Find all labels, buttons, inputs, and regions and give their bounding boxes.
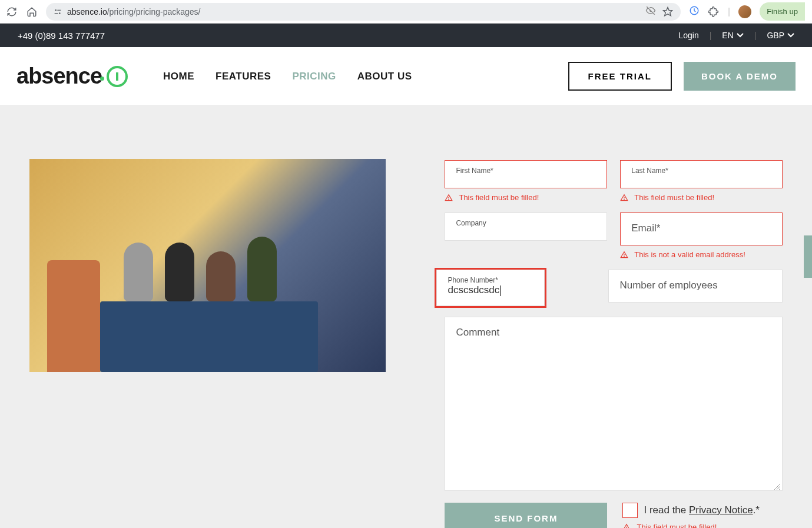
email-label: Email* [631, 219, 771, 238]
last-name-input[interactable] [631, 175, 771, 188]
company-label: Company [456, 219, 596, 227]
comment-label: Comment [456, 327, 771, 338]
top-bar: +49 (0)89 143 777477 Login | EN | GBP [0, 24, 812, 47]
logo[interactable]: absence [16, 64, 128, 89]
main-nav: absence HOME FEATURES PRICING ABOUT US F… [0, 47, 812, 106]
send-form-button[interactable]: SEND FORM [445, 503, 607, 528]
company-field[interactable]: Company [445, 212, 607, 241]
book-demo-button[interactable]: BOOK A DEMO [684, 62, 796, 91]
eye-off-icon[interactable] [645, 5, 656, 18]
logo-dot [100, 77, 104, 81]
warning-icon [620, 194, 628, 202]
svg-point-7 [449, 199, 449, 200]
warning-icon [445, 194, 453, 202]
logo-text: absence [16, 64, 102, 89]
language-selector[interactable]: EN [722, 31, 743, 40]
nav-pricing[interactable]: PRICING [292, 71, 336, 82]
company-input[interactable] [456, 227, 596, 240]
content-area: First Name* This field must be filled! L… [0, 106, 812, 528]
chevron-down-icon [787, 33, 794, 38]
login-link[interactable]: Login [678, 31, 698, 40]
browser-chrome: absence.io/pricing/pricing-packages/ | F… [0, 0, 812, 24]
svg-rect-1 [57, 9, 61, 10]
first-name-field[interactable]: First Name* [445, 160, 607, 188]
phone-input[interactable]: dcscsdcsdc [448, 283, 501, 295]
employees-label: Number of employees [619, 276, 771, 295]
extensions-icon[interactable] [708, 6, 720, 18]
nav-features[interactable]: FEATURES [216, 71, 271, 82]
contact-form: First Name* This field must be filled! L… [445, 159, 783, 528]
textarea-resize-handle[interactable] [774, 482, 781, 489]
privacy-checkbox[interactable] [622, 503, 638, 518]
last-name-error: This field must be filled! [620, 193, 783, 202]
logo-circle-icon [107, 66, 128, 87]
email-error: This is not a valid email address! [620, 250, 783, 259]
side-feedback-tab[interactable] [804, 235, 812, 278]
first-name-input[interactable] [456, 175, 596, 188]
privacy-notice-link[interactable]: Privacy Notice [689, 504, 753, 516]
svg-point-11 [624, 256, 625, 257]
nav-about[interactable]: ABOUT US [357, 71, 412, 82]
bookmark-star-icon[interactable] [662, 6, 674, 18]
url-text: absence.io/pricing/pricing-packages/ [67, 7, 641, 16]
last-name-field[interactable]: Last Name* [620, 160, 783, 188]
svg-point-9 [624, 199, 625, 200]
first-name-error: This field must be filled! [445, 193, 607, 202]
nav-home[interactable]: HOME [163, 71, 194, 82]
hero-image [29, 159, 386, 372]
free-trial-button[interactable]: FREE TRIAL [568, 62, 672, 91]
warning-icon [620, 251, 628, 259]
last-name-label: Last Name* [631, 167, 771, 175]
currency-selector[interactable]: GBP [767, 31, 794, 40]
address-bar[interactable]: absence.io/pricing/pricing-packages/ [46, 3, 681, 21]
svg-marker-4 [664, 7, 672, 15]
first-name-label: First Name* [456, 167, 596, 175]
email-field[interactable]: Email* [620, 212, 783, 245]
phone-field[interactable]: Phone Number* dcscsdcsdc [436, 270, 545, 306]
privacy-error: This field must be filled! [622, 523, 783, 528]
svg-point-2 [59, 12, 61, 14]
warning-icon [622, 523, 631, 529]
comment-field[interactable]: Comment [445, 317, 783, 491]
chevron-down-icon [737, 33, 744, 38]
employees-field[interactable]: Number of employees [608, 270, 783, 303]
svg-point-0 [55, 9, 57, 11]
svg-rect-3 [55, 13, 58, 14]
phone-number: +49 (0)89 143 777477 [18, 31, 105, 41]
site-settings-icon[interactable] [53, 7, 62, 16]
reload-icon[interactable] [6, 6, 18, 18]
extension-icon-1[interactable] [689, 5, 700, 18]
home-icon[interactable] [26, 6, 38, 18]
finish-update-button[interactable]: Finish up [760, 2, 805, 21]
privacy-label: I read the Privacy Notice.* [644, 504, 760, 516]
user-avatar[interactable] [738, 5, 751, 18]
